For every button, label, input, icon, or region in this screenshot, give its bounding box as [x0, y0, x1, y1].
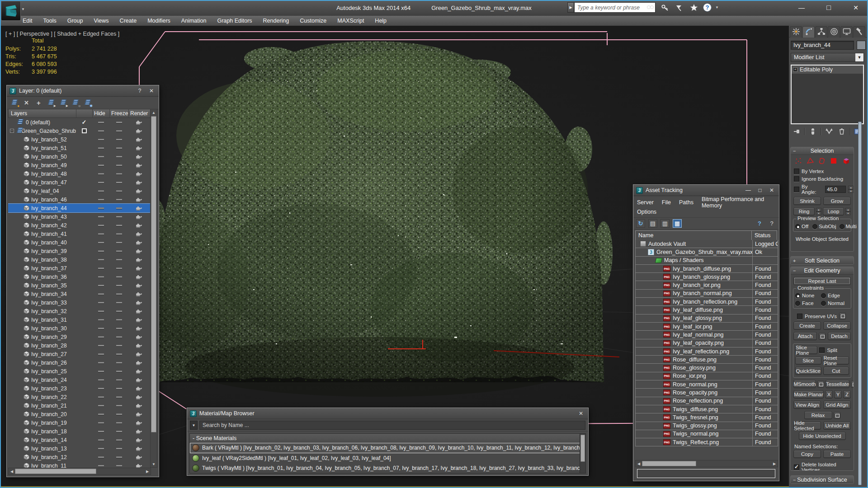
close-icon[interactable]: ✕ — [147, 87, 156, 95]
hide-toggle[interactable] — [92, 147, 109, 149]
menu-item-group[interactable]: Group — [62, 16, 89, 26]
menu-item-customize[interactable]: Customize — [294, 16, 332, 26]
asset-menu-file[interactable]: File — [662, 199, 671, 206]
layer-row-ivy-branch-21[interactable]: Ivy_branch_21 — [8, 401, 151, 410]
repeat-last-button[interactable]: Repeat Last — [793, 277, 851, 285]
hide-toggle[interactable] — [92, 199, 109, 201]
hide-toggle[interactable] — [92, 190, 109, 192]
freeze-toggle[interactable] — [109, 130, 128, 132]
delete-layer-icon[interactable]: ✕ — [23, 99, 30, 107]
layer-row-ivy-branch-12[interactable]: Ivy_branch_12 — [8, 453, 151, 461]
hide-toggle[interactable] — [92, 456, 109, 458]
split-checkbox[interactable] — [819, 347, 825, 353]
render-toggle[interactable] — [128, 283, 148, 288]
layer-row-ivy-branch-36[interactable]: Ivy_branch_36 — [8, 272, 151, 281]
freeze-toggle[interactable] — [109, 242, 128, 244]
context-help-icon[interactable]: ? — [767, 219, 776, 228]
hide-toggle[interactable] — [92, 362, 109, 364]
freeze-toggle[interactable] — [109, 285, 128, 286]
axis-x-button[interactable]: X — [825, 390, 833, 399]
hide-toggle[interactable] — [92, 336, 109, 338]
by-vertex-checkbox[interactable] — [794, 169, 799, 174]
freeze-toggle[interactable] — [109, 413, 128, 415]
render-toggle[interactable] — [128, 360, 148, 366]
freeze-toggle[interactable] — [109, 362, 128, 364]
asset-row-ivy-leaf-ior-png[interactable]: PNGIvy_leaf_ior.pngFound — [635, 322, 778, 331]
hide-toggle[interactable] — [92, 379, 109, 381]
layer-row-ivy-branch-49[interactable]: Ivy_branch_49 — [8, 161, 151, 169]
asset-row-ivy-leaf-diffuse-png[interactable]: PNGIvy_leaf_diffuse.pngFound — [635, 305, 778, 314]
asset-row-twigs-glossy-png[interactable]: PNGTwigs_glossy.pngFound — [635, 422, 778, 430]
quickslice-button[interactable]: QuickSlice — [795, 367, 821, 375]
menu-item-graph-editors[interactable]: Graph Editors — [212, 16, 257, 26]
search-history-arrow-icon[interactable]: ▶ — [567, 2, 574, 13]
render-toggle[interactable] — [128, 257, 148, 263]
preview-multi-radio[interactable] — [840, 224, 844, 229]
hide-unselected-button[interactable]: Hide Unselected — [799, 432, 846, 440]
menu-item-animation[interactable]: Animation — [176, 16, 212, 26]
vertex-icon[interactable] — [795, 157, 802, 166]
asset-row-rose-glossy-png[interactable]: PNGRose_glossy.pngFound — [635, 363, 778, 372]
asset-row-rose-diffuse-png[interactable]: PNGRose_diffuse.pngFound — [635, 355, 778, 364]
close-button[interactable]: ✕ — [848, 1, 863, 14]
asset-row-green-gazebo-shrub-max-vray-max[interactable]: 3Green_Gazebo_Shrub_max_vray.maxOk — [635, 248, 778, 256]
layer-row-ivy-branch-34[interactable]: Ivy_branch_34 — [8, 290, 151, 298]
create-button[interactable]: Create — [793, 322, 821, 330]
render-toggle[interactable] — [128, 420, 148, 426]
relax-button[interactable]: Relax — [804, 411, 832, 419]
asset-row-ivy-branch-reflection-png[interactable]: PNGIvy_branch_reflection.pngFound — [635, 297, 778, 306]
select-objects-in-layer-icon[interactable]: ➤ — [47, 99, 55, 106]
layer-row-ivy-branch-30[interactable]: Ivy_branch_30 — [8, 324, 151, 333]
layer-row-ivy-branch-38[interactable]: Ivy_branch_38 — [8, 255, 151, 264]
menu-item-modifiers[interactable]: Modifiers — [142, 16, 176, 26]
maximize-icon[interactable]: □ — [755, 186, 764, 194]
render-toggle[interactable] — [128, 180, 148, 185]
expand-icon[interactable]: + — [793, 67, 797, 72]
layer-row-0-default-[interactable]: 0 (default)✓ — [8, 118, 151, 127]
attach-button[interactable]: Attach — [793, 332, 817, 340]
scroll-down-icon[interactable]: ▼ — [151, 461, 157, 467]
freeze-toggle[interactable] — [109, 173, 128, 175]
freeze-toggle[interactable] — [109, 276, 128, 278]
hide-toggle[interactable] — [92, 216, 109, 218]
stack-item-editable-poly[interactable]: + Editable Poly — [792, 66, 863, 74]
tab-hierarchy[interactable] — [815, 26, 827, 38]
freeze-toggle[interactable] — [109, 190, 128, 192]
layer-row-ivy-branch-28[interactable]: Ivy_branch_28 — [8, 341, 151, 350]
render-toggle[interactable] — [128, 300, 148, 305]
hide-toggle[interactable] — [92, 319, 109, 321]
asset-row-twigs-normal-png[interactable]: PNGTwigs_normal.pngFound — [635, 430, 778, 438]
scroll-right-icon[interactable]: ▶ — [771, 460, 778, 467]
tab-motion[interactable] — [828, 26, 840, 38]
minimize-icon[interactable]: — — [744, 186, 753, 194]
freeze-toggle[interactable] — [109, 250, 128, 252]
axis-z-button[interactable]: Z — [843, 390, 851, 399]
render-toggle[interactable] — [128, 334, 148, 340]
render-toggle[interactable] — [128, 249, 148, 254]
freeze-toggle[interactable] — [109, 328, 128, 329]
add-to-layer-icon[interactable]: + — [35, 99, 42, 107]
render-toggle[interactable] — [128, 197, 148, 202]
help-icon[interactable]: ? — [703, 3, 712, 12]
layer-dialog-titlebar[interactable]: 3 Layer: 0 (default) ? ✕ — [7, 85, 159, 97]
asset-row-twigs-diffuse-png[interactable]: PNGTwigs_diffuse.pngFound — [635, 405, 778, 413]
render-toggle[interactable] — [128, 188, 148, 194]
render-toggle[interactable] — [128, 377, 148, 383]
hide-toggle[interactable] — [92, 242, 109, 244]
asset-row-ivy-branch-ior-png[interactable]: PNGIvy_branch_ior.pngFound — [635, 281, 778, 289]
application-menu-arrow-icon[interactable]: ▼ — [21, 7, 25, 11]
layer-row-green-gazebo-shrub[interactable]: −Green_Gazebo_Shrub — [8, 127, 151, 135]
hide-toggle[interactable] — [92, 225, 109, 226]
layer-list-hscrollbar[interactable]: ◀ ▶ — [8, 468, 151, 475]
render-toggle[interactable] — [128, 154, 148, 160]
freeze-toggle[interactable] — [109, 456, 128, 458]
asset-menu-paths[interactable]: Paths — [679, 199, 693, 206]
details-view-icon[interactable]: ▥ — [660, 219, 670, 228]
hide-toggle[interactable] — [92, 250, 109, 252]
edge-icon[interactable] — [807, 157, 814, 166]
show-end-result-icon[interactable] — [808, 127, 818, 136]
make-unique-icon[interactable] — [824, 127, 834, 136]
modifier-list-dropdown[interactable]: Modifier List ▼ — [791, 53, 864, 62]
column-name[interactable]: Name — [636, 231, 751, 240]
freeze-toggle[interactable] — [109, 388, 128, 389]
